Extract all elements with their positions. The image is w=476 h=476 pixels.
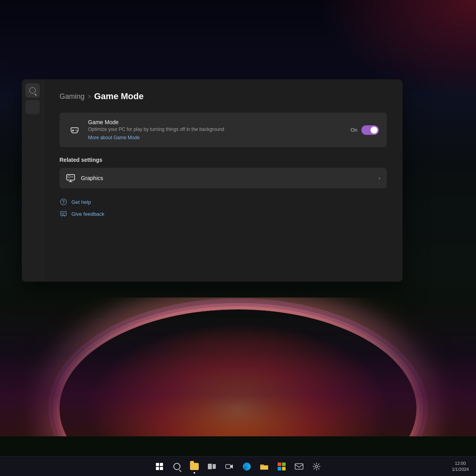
breadcrumb-separator: > xyxy=(88,93,91,100)
edge-button[interactable] xyxy=(239,459,255,474)
sidebar-mini-button[interactable] xyxy=(25,100,40,114)
file-explorer-button[interactable] xyxy=(186,459,202,474)
game-mode-card: Game Mode Optimize your PC for play by t… xyxy=(60,113,387,147)
teams-icon xyxy=(225,463,233,470)
toggle-status-label: On xyxy=(351,127,357,133)
game-mode-description: Optimize your PC for play by turning thi… xyxy=(88,127,344,132)
get-help-item[interactable]: Get help xyxy=(60,198,387,206)
system-tray: 12:00 1/1/2024 xyxy=(449,460,472,472)
svg-rect-13 xyxy=(295,464,303,469)
breadcrumb: Gaming > Game Mode xyxy=(60,91,387,102)
game-mode-text: Game Mode Optimize your PC for play by t… xyxy=(88,119,344,141)
store-button[interactable] xyxy=(274,459,290,474)
mail-button[interactable] xyxy=(291,459,307,474)
mail-icon xyxy=(295,463,303,470)
settings-window: Gaming > Game Mode Game Mode Optimize yo… xyxy=(22,79,403,282)
svg-point-9 xyxy=(63,203,64,204)
search-icon-taskbar xyxy=(173,463,180,470)
store-icon xyxy=(278,463,286,470)
breadcrumb-parent[interactable]: Gaming xyxy=(60,92,84,101)
task-view-icon xyxy=(208,464,216,469)
taskbar-time[interactable]: 12:00 1/1/2024 xyxy=(449,460,472,472)
files-icon xyxy=(260,463,269,470)
teams-button[interactable] xyxy=(221,459,237,474)
task-view-button[interactable] xyxy=(204,459,220,474)
get-help-link[interactable]: Get help xyxy=(71,199,91,205)
svg-rect-5 xyxy=(68,176,70,178)
svg-point-2 xyxy=(76,130,77,131)
game-mode-icon xyxy=(69,125,80,136)
sidebar-search-button[interactable] xyxy=(25,83,40,98)
chevron-right-icon: › xyxy=(378,175,380,181)
taskbar: 12:00 1/1/2024 xyxy=(0,456,476,476)
files-button[interactable] xyxy=(256,459,272,474)
date-display: 1/1/2024 xyxy=(452,466,469,472)
start-button[interactable] xyxy=(152,459,167,474)
svg-point-14 xyxy=(315,465,318,468)
help-links-section: Get help Give feedback xyxy=(60,198,387,218)
windows-icon xyxy=(156,463,163,470)
settings-sidebar xyxy=(22,79,44,282)
game-mode-icon-wrapper xyxy=(67,123,82,137)
game-mode-control: On xyxy=(351,125,379,135)
give-feedback-link[interactable]: Give feedback xyxy=(71,211,104,217)
bottom-overlay xyxy=(0,298,476,436)
breadcrumb-current: Game Mode xyxy=(94,91,144,102)
give-feedback-item[interactable]: Give feedback xyxy=(60,210,387,218)
feedback-icon xyxy=(60,210,67,218)
help-icon xyxy=(60,198,67,206)
graphics-setting-item[interactable]: Graphics › xyxy=(60,168,387,188)
settings-tray-icon xyxy=(313,463,321,470)
search-icon xyxy=(29,87,36,94)
settings-tray-button[interactable] xyxy=(309,459,324,474)
svg-point-3 xyxy=(77,131,77,131)
game-mode-toggle[interactable] xyxy=(361,125,379,135)
taskbar-icons xyxy=(152,459,324,474)
taskbar-search-button[interactable] xyxy=(169,459,185,474)
settings-content: Gaming > Game Mode Game Mode Optimize yo… xyxy=(44,79,403,282)
related-settings-title: Related settings xyxy=(60,157,387,163)
edge-icon xyxy=(243,463,251,470)
time-display: 12:00 xyxy=(452,460,469,466)
active-indicator xyxy=(194,472,195,474)
graphics-icon xyxy=(66,173,75,183)
svg-rect-12 xyxy=(226,464,230,468)
graphics-label: Graphics xyxy=(81,175,373,181)
game-mode-link[interactable]: More about Game Mode xyxy=(88,135,140,140)
folder-icon xyxy=(190,463,199,470)
game-mode-title: Game Mode xyxy=(88,119,344,125)
